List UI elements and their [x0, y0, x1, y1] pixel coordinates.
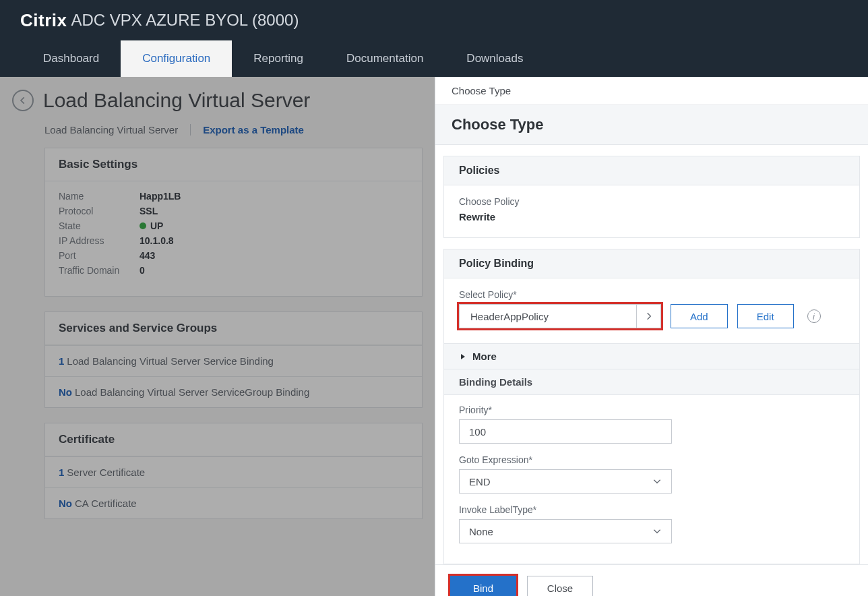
subtitle-row: Load Balancing Virtual Server Export as …: [12, 124, 435, 136]
basic-settings-body: NameHapp1LB ProtocolSSL StateUP IP Addre…: [45, 181, 422, 296]
select-policy-row: HeaderAppPolicy Add Edit i: [459, 304, 844, 328]
edit-button[interactable]: Edit: [737, 304, 794, 328]
services-header: Services and Service Groups: [45, 312, 422, 345]
invoke-dropdown[interactable]: None: [459, 519, 672, 543]
goto-label: Goto Expression*: [459, 454, 844, 465]
brand-bold: Citrix: [20, 10, 67, 31]
export-template-link[interactable]: Export as a Template: [190, 124, 304, 136]
server-cert-row[interactable]: 1Server Certificate: [45, 456, 422, 487]
nav-downloads[interactable]: Downloads: [445, 40, 545, 77]
priority-group: Priority*: [459, 405, 844, 444]
invoke-group: Invoke LabelType* None: [459, 504, 844, 543]
panel-breadcrumb: Choose Type: [435, 77, 868, 105]
policies-body: Choose Policy Rewrite: [444, 185, 859, 237]
certificate-card: Certificate 1Server Certificate NoCA Cer…: [44, 423, 423, 519]
policies-section: Policies Choose Policy Rewrite: [443, 156, 860, 238]
subtitle-text: Load Balancing Virtual Server: [44, 124, 178, 136]
arrow-left-icon: [18, 96, 28, 105]
chevron-down-icon: [652, 527, 662, 536]
kv-name: NameHapp1LB: [59, 191, 408, 202]
chevron-right-icon: [636, 305, 660, 328]
side-panel: Choose Type Choose Type Policies Choose …: [435, 77, 868, 596]
ca-cert-row[interactable]: NoCA Certificate: [45, 487, 422, 518]
app-header: Citrix ADC VPX AZURE BYOL (8000): [0, 0, 868, 40]
basic-settings-card: Basic Settings NameHapp1LB ProtocolSSL S…: [44, 148, 423, 297]
policy-binding-section: Policy Binding Select Policy* HeaderAppP…: [443, 249, 860, 564]
kv-state: StateUP: [59, 220, 408, 231]
nav-documentation[interactable]: Documentation: [325, 40, 445, 77]
nav-reporting[interactable]: Reporting: [232, 40, 325, 77]
services-card: Services and Service Groups 1Load Balanc…: [44, 311, 423, 408]
back-button[interactable]: [12, 90, 34, 111]
certificate-header: Certificate: [45, 423, 422, 456]
nav-configuration[interactable]: Configuration: [121, 40, 232, 77]
service-binding-row[interactable]: 1Load Balancing Virtual Server Service B…: [45, 345, 422, 376]
invoke-label: Invoke LabelType*: [459, 504, 844, 515]
page-title-row: Load Balancing Virtual Server: [12, 89, 435, 112]
triangle-right-icon: [459, 353, 467, 361]
main-nav: Dashboard Configuration Reporting Docume…: [0, 40, 868, 77]
more-toggle[interactable]: More: [444, 343, 859, 369]
basic-settings-header: Basic Settings: [45, 148, 422, 181]
goto-dropdown[interactable]: END: [459, 469, 672, 494]
brand-rest: ADC VPX AZURE BYOL (8000): [71, 11, 299, 30]
kv-traffic-domain: Traffic Domain0: [59, 265, 408, 276]
chevron-down-icon: [652, 477, 662, 486]
choose-policy-value: Rewrite: [459, 211, 844, 222]
select-policy-text: HeaderAppPolicy: [460, 311, 636, 322]
page-title: Load Balancing Virtual Server: [43, 89, 310, 112]
kv-ip: IP Address10.1.0.8: [59, 235, 408, 246]
panel-title: Choose Type: [435, 105, 868, 145]
servicegroup-binding-row[interactable]: NoLoad Balancing Virtual Server ServiceG…: [45, 376, 422, 407]
priority-label: Priority*: [459, 405, 844, 415]
priority-input[interactable]: [459, 419, 672, 444]
kv-port: Port443: [59, 250, 408, 261]
panel-footer: Bind Close: [435, 564, 868, 596]
kv-protocol: ProtocolSSL: [59, 206, 408, 216]
status-dot-icon: [140, 222, 146, 229]
choose-policy-label: Choose Policy: [459, 196, 844, 207]
select-policy-picker[interactable]: HeaderAppPolicy: [459, 304, 661, 328]
binding-details-header: Binding Details: [444, 369, 859, 395]
policy-binding-body: Select Policy* HeaderAppPolicy Add Edit …: [444, 278, 859, 343]
info-icon[interactable]: i: [807, 309, 821, 323]
policies-header: Policies: [444, 156, 859, 185]
add-button[interactable]: Add: [671, 304, 728, 328]
close-button[interactable]: Close: [527, 576, 593, 596]
binding-details-body: Priority* Goto Expression* END Invoke La…: [444, 395, 859, 564]
nav-dashboard[interactable]: Dashboard: [22, 40, 121, 77]
goto-group: Goto Expression* END: [459, 454, 844, 494]
policy-binding-header: Policy Binding: [444, 249, 859, 278]
select-policy-label: Select Policy*: [459, 289, 844, 300]
bind-button[interactable]: Bind: [450, 576, 516, 596]
page-content: Load Balancing Virtual Server Load Balan…: [0, 77, 435, 534]
